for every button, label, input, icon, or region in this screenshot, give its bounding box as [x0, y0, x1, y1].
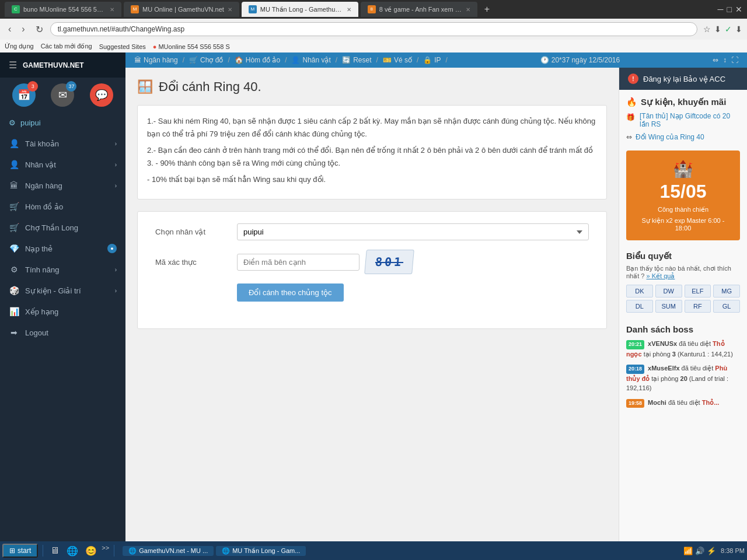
- event-desc1: Công thành chiến: [635, 206, 731, 214]
- back-button[interactable]: ‹: [5, 23, 15, 36]
- sound-icon[interactable]: 🔊: [695, 547, 704, 555]
- tab4-close[interactable]: ✕: [466, 6, 470, 13]
- nav-cho-than-long-label: Chợ Thần Long: [25, 223, 78, 232]
- boss2-time: 20:18: [626, 365, 644, 374]
- chevron-right-icon-5: ›: [115, 288, 117, 294]
- nav-nhan-vat[interactable]: 👤 Nhân vật ›: [0, 154, 125, 175]
- gift-link[interactable]: [Tân thủ] Nạp Giftcode có 20 lần RS: [640, 112, 740, 128]
- new-tab-button[interactable]: +: [480, 4, 494, 15]
- ext-icon1[interactable]: ✓: [725, 24, 732, 34]
- topbar-reset[interactable]: 🔄 Reset: [342, 56, 371, 64]
- register-acc-button[interactable]: ! Đăng ký lại Bảo vệ ACC: [619, 68, 747, 90]
- minimize-icon[interactable]: ─: [718, 5, 724, 14]
- topbar-hom-do-ao[interactable]: 🏠 Hòm đồ ảo: [235, 56, 280, 64]
- nav-logout[interactable]: ➡ Logout: [0, 322, 125, 343]
- content-area: 🏛 Ngân hàng / 🛒 Chợ đồ / 🏠 Hòm đồ ảo / 👤…: [125, 52, 747, 560]
- bieu-quyet-link[interactable]: » Kết quả: [647, 272, 675, 279]
- bq-sum[interactable]: SUM: [655, 300, 682, 313]
- forward-button[interactable]: ›: [18, 23, 28, 36]
- close-icon[interactable]: ✕: [735, 5, 742, 14]
- nav-hom-do-ao[interactable]: 🛒 Hòm đồ ảo: [0, 196, 125, 217]
- tab4-label: 8 về game - Anh Fan xem gi...: [379, 6, 462, 13]
- feed-icon[interactable]: ⬇: [714, 24, 721, 34]
- submit-row: Đổi cánh theo chủng tộc: [155, 284, 589, 302]
- tab2-favicon: M: [131, 5, 139, 13]
- info-line-1: 1.- Sau khi ném Ring 40, bạn sẽ nhận đượ…: [147, 115, 597, 141]
- badge-mail[interactable]: ✉ 37: [51, 83, 74, 107]
- calendar-count: 3: [27, 81, 38, 92]
- download-icon[interactable]: ⬇: [735, 24, 742, 34]
- network-icon[interactable]: 📶: [683, 547, 693, 555]
- tab2-close[interactable]: ✕: [228, 6, 232, 13]
- bookmark-newtab[interactable]: Các tab mới đống: [41, 43, 92, 50]
- bookmark-muonline[interactable]: ● MUonline 554 S56 558 S: [153, 43, 230, 50]
- tab3-close[interactable]: ✕: [347, 6, 351, 13]
- browser-tab-2[interactable]: M MU Online | GamethuVN.net ✕: [124, 2, 239, 17]
- char-select-dropdown[interactable]: puipui: [237, 223, 589, 240]
- right-sidebar: ! Đăng ký lại Bảo vệ ACC 🔥 Sự kiện, khuy…: [619, 68, 747, 560]
- captcha-input[interactable]: [237, 254, 359, 271]
- taskbar-icon-1[interactable]: 🖥: [48, 544, 62, 558]
- topbar-nhan-vat[interactable]: 👤 Nhân vật: [291, 56, 330, 64]
- browser-tab-1[interactable]: C buno MUonline 554 556 558 S... ✕: [5, 2, 121, 17]
- bq-dw[interactable]: DW: [655, 285, 682, 298]
- topbar-ip[interactable]: 🔒 IP: [423, 56, 441, 64]
- topbar-cho-do[interactable]: 🛒 Chợ đồ: [189, 56, 223, 64]
- nav-nap-the[interactable]: 💎 Nạp thẻ ●: [0, 238, 125, 259]
- topbar-ngan-hang[interactable]: 🏛 Ngân hàng: [134, 56, 178, 64]
- nav-ngan-hang[interactable]: 🏛 Ngân hàng ›: [0, 175, 125, 196]
- hamburger-icon[interactable]: ☰: [9, 60, 17, 71]
- refresh-button[interactable]: ↻: [32, 23, 47, 36]
- bieu-quyet-title: Biểu quyết: [626, 251, 740, 261]
- address-bar[interactable]: [50, 22, 697, 36]
- topbar-icon2[interactable]: ↕: [723, 56, 727, 64]
- bq-elf[interactable]: ELF: [685, 285, 711, 298]
- boss1-user: xVENUSx: [648, 340, 677, 347]
- nav-tai-khoan[interactable]: 👤 Tài khoản ›: [0, 133, 125, 154]
- taskbar-icon-2[interactable]: 🌐: [64, 544, 81, 558]
- star-icon[interactable]: ☆: [703, 24, 711, 34]
- sidebar-header: ☰ GAMETHUVN.NET: [0, 52, 125, 78]
- bq-gl[interactable]: GL: [713, 300, 740, 313]
- bq-mg[interactable]: MG: [713, 285, 740, 298]
- info-line-3: - 10% thất bại bạn sẽ mất hẳn Wing sau k…: [147, 173, 597, 186]
- taskbar-icon-4[interactable]: >>: [102, 544, 109, 558]
- taskbar-app-2[interactable]: 🌐 MU Thần Long - Gam...: [216, 546, 306, 556]
- submit-button[interactable]: Đổi cánh theo chủng tộc: [237, 284, 344, 302]
- browser-tab-3[interactable]: M MU Thần Long - GamethuVN... ✕: [242, 2, 358, 17]
- bq-dl[interactable]: DL: [626, 300, 653, 313]
- taskbar-app-1[interactable]: 🌐 GamethuVN.net - MU ...: [123, 546, 214, 556]
- bookmark-apps[interactable]: Ứng dụng: [5, 43, 34, 50]
- switch-link[interactable]: Đổi Wing của Ring 40: [636, 133, 704, 141]
- chevron-right-icon-3: ›: [115, 183, 117, 189]
- event-section: 🔥 Sự kiện, khuyến mãi 🎁 [Tân thủ] Nạp Gi…: [619, 90, 747, 146]
- bq-dk[interactable]: DK: [626, 285, 653, 298]
- maximize-icon[interactable]: □: [727, 5, 732, 14]
- badge-chat[interactable]: 💬: [90, 83, 113, 107]
- taskbar-icon-3[interactable]: 😊: [83, 544, 99, 558]
- gift-item: 🎁 [Tân thủ] Nạp Giftcode có 20 lần RS: [626, 112, 740, 128]
- boss-item-2: 20:18 xMuseElfx đã tiêu diệt Phù thủy đỏ…: [626, 363, 740, 393]
- boss3-user: Mochi: [648, 399, 666, 406]
- topbar-ve-so[interactable]: 🎫 Vé số: [383, 56, 412, 64]
- tab1-favicon: C: [12, 5, 20, 13]
- windows-icon: 🪟: [137, 79, 153, 94]
- settings-icon: ⚙: [9, 118, 16, 127]
- account-icon: 👤: [9, 139, 19, 148]
- topbar-expand-icon[interactable]: ⛶: [731, 56, 738, 64]
- chevron-right-icon: ›: [115, 141, 117, 147]
- nav-ngan-hang-label: Ngân hàng: [25, 181, 62, 190]
- nav-tinh-nang[interactable]: ⚙ Tính năng ›: [0, 259, 125, 280]
- badge-calendar[interactable]: 📅 3: [12, 83, 36, 107]
- bookmark-suggested[interactable]: Suggested Sites: [99, 43, 146, 50]
- nav-cho-than-long[interactable]: 🛒 Chợ Thần Long: [0, 217, 125, 238]
- nav-logout-label: Logout: [25, 328, 48, 337]
- tab1-close[interactable]: ✕: [110, 6, 114, 13]
- bq-rf[interactable]: RF: [685, 300, 711, 313]
- nav-xep-hang[interactable]: 📊 Xếp hạng: [0, 301, 125, 322]
- start-button[interactable]: ⊞ start: [2, 544, 38, 558]
- browser-tab-4[interactable]: 8 8 về game - Anh Fan xem gi... ✕: [361, 2, 477, 17]
- topbar-icon1[interactable]: ⇔: [713, 56, 718, 64]
- power-icon[interactable]: ⚡: [707, 547, 716, 555]
- nav-su-kien[interactable]: 🎲 Sự kiện - Giải trí ›: [0, 280, 125, 301]
